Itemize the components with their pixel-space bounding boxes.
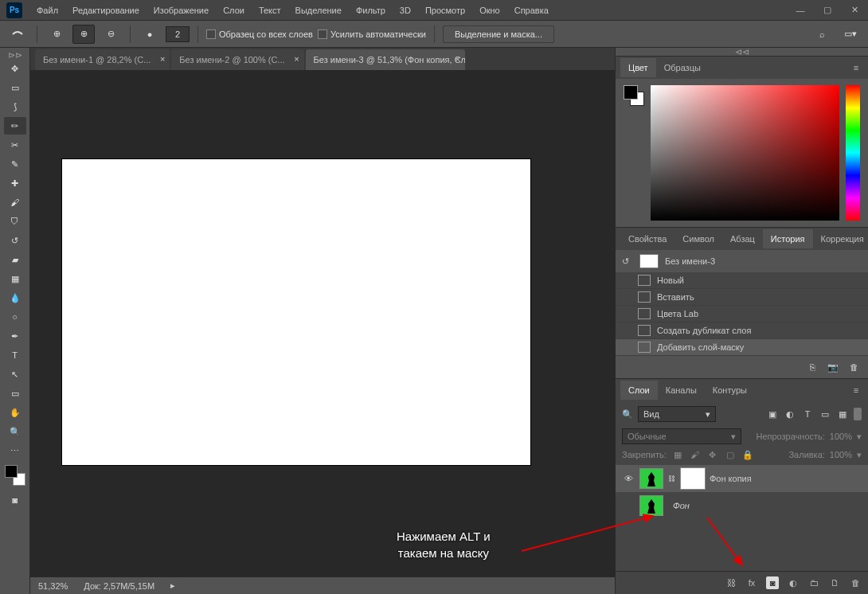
- filter-toggle-icon[interactable]: [854, 408, 862, 420]
- brush-size-input[interactable]: 2: [166, 26, 190, 42]
- tab-swatches[interactable]: Образцы: [656, 58, 709, 77]
- zoom-level[interactable]: 51,32%: [38, 581, 68, 591]
- healing-tool-icon[interactable]: ✚: [4, 174, 26, 192]
- minimize-button[interactable]: —: [787, 0, 814, 21]
- sample-all-layers-checkbox[interactable]: Образец со всех слоев: [206, 29, 313, 39]
- path-select-tool-icon[interactable]: ↖: [4, 365, 26, 383]
- lasso-tool-icon[interactable]: ⟆: [4, 98, 26, 115]
- tab-layers[interactable]: Слои: [620, 381, 658, 400]
- panel-collapse-icon[interactable]: ⊲⊲: [616, 48, 868, 56]
- canvas[interactable]: [62, 159, 530, 465]
- doc-tab-1[interactable]: Без имени-1 @ 28,2% (C...×: [35, 49, 170, 70]
- panel-menu-icon[interactable]: ≡: [849, 385, 863, 395]
- layer-name[interactable]: Фон: [673, 501, 690, 510]
- history-step[interactable]: Цвета Lab: [616, 306, 868, 322]
- foreground-background-swatch[interactable]: [5, 465, 25, 486]
- dodge-tool-icon[interactable]: ○: [4, 308, 26, 326]
- delete-layer-icon[interactable]: 🗑: [849, 576, 862, 589]
- canvas-area[interactable]: Нажимаем ALT и такаем на маску: [30, 70, 615, 576]
- layer-row[interactable]: Фон: [616, 492, 868, 519]
- edit-toolbar-icon[interactable]: ⋯: [4, 442, 26, 459]
- auto-enhance-checkbox[interactable]: Усилить автоматически: [318, 29, 426, 39]
- close-icon[interactable]: ×: [160, 54, 165, 64]
- history-brush-source-icon[interactable]: ↺: [622, 256, 633, 267]
- eraser-tool-icon[interactable]: ▰: [4, 251, 26, 268]
- filter-type-icon[interactable]: T: [801, 408, 814, 420]
- menu-edit[interactable]: Редактирование: [66, 2, 146, 18]
- color-field[interactable]: [651, 85, 839, 221]
- tab-paragraph[interactable]: Абзац: [722, 229, 763, 248]
- lock-all-icon[interactable]: 🔒: [741, 449, 754, 460]
- menu-image[interactable]: Изображение: [147, 2, 215, 18]
- filter-pixel-icon[interactable]: ▣: [766, 408, 779, 420]
- pen-tool-icon[interactable]: ✒: [4, 327, 26, 345]
- history-step[interactable]: Создать дубликат слоя: [616, 322, 868, 339]
- lock-artboard-icon[interactable]: ▢: [724, 449, 737, 460]
- quick-select-tool-icon[interactable]: ✏: [4, 117, 26, 135]
- type-tool-icon[interactable]: T: [4, 346, 26, 364]
- history-step[interactable]: Вставить: [616, 289, 868, 306]
- tab-history[interactable]: История: [763, 229, 813, 248]
- history-step[interactable]: Новый: [616, 272, 868, 289]
- menu-filter[interactable]: Фильтр: [350, 2, 392, 18]
- blend-mode-select[interactable]: Обычные▾: [622, 428, 741, 444]
- visibility-icon[interactable]: 👁: [622, 474, 635, 483]
- filter-shape-icon[interactable]: ▭: [819, 408, 831, 420]
- qs-add-selection-icon[interactable]: ⊕: [72, 25, 95, 44]
- mask-link-icon[interactable]: ⛓: [668, 475, 676, 483]
- quick-mask-icon[interactable]: ◙: [7, 492, 23, 508]
- shape-tool-icon[interactable]: ▭: [4, 385, 26, 402]
- qs-new-selection-icon[interactable]: ⊕: [45, 25, 68, 44]
- brush-tool-icon[interactable]: 🖌: [4, 193, 26, 211]
- tab-adjustments[interactable]: Коррекция: [813, 229, 868, 248]
- create-document-from-state-icon[interactable]: ⎘: [806, 361, 819, 373]
- tab-character[interactable]: Символ: [674, 229, 722, 248]
- layer-row[interactable]: 👁 ⛓ Фон копия: [616, 465, 868, 492]
- layer-name[interactable]: Фон копия: [710, 474, 752, 483]
- tab-color[interactable]: Цвет: [620, 58, 656, 77]
- layer-fx-icon[interactable]: fx: [745, 576, 758, 589]
- lock-position-icon[interactable]: ✥: [706, 449, 719, 460]
- close-icon[interactable]: ×: [455, 54, 459, 64]
- link-layers-icon[interactable]: ⛓: [725, 576, 737, 589]
- hand-tool-icon[interactable]: ✋: [4, 404, 26, 421]
- new-layer-icon[interactable]: 🗋: [828, 576, 841, 589]
- filter-adjust-icon[interactable]: ◐: [784, 408, 796, 420]
- doc-tab-3[interactable]: Без имени-3 @ 51,3% (Фон копия, Слой-мас…: [306, 49, 465, 70]
- menu-file[interactable]: Файл: [30, 2, 65, 18]
- tab-paths[interactable]: Контуры: [705, 381, 755, 400]
- search-icon[interactable]: ⌕: [811, 25, 833, 44]
- filter-smart-icon[interactable]: ▦: [836, 408, 849, 420]
- adjustment-layer-icon[interactable]: ◐: [787, 576, 800, 589]
- maximize-button[interactable]: ▢: [814, 0, 841, 21]
- marquee-tool-icon[interactable]: ▭: [4, 79, 26, 96]
- menu-window[interactable]: Окно: [473, 2, 506, 18]
- menu-layer[interactable]: Слои: [217, 2, 251, 18]
- history-brush-tool-icon[interactable]: ↺: [4, 232, 26, 249]
- doc-tab-2[interactable]: Без имени-2 @ 100% (C...×: [171, 49, 303, 70]
- panel-menu-icon[interactable]: ≡: [849, 63, 863, 72]
- delete-state-icon[interactable]: 🗑: [847, 361, 860, 373]
- layer-thumbnail[interactable]: [639, 495, 663, 516]
- workspace-switcher-icon[interactable]: ▭▾: [839, 25, 862, 44]
- layer-filter-kind[interactable]: Вид▾: [638, 406, 716, 422]
- crop-tool-icon[interactable]: ✂: [4, 136, 26, 154]
- lock-transparent-icon[interactable]: ▦: [671, 449, 684, 460]
- layer-mask-thumbnail[interactable]: [681, 468, 705, 489]
- opacity-value[interactable]: 100%: [830, 432, 852, 441]
- color-fgbg-swatch[interactable]: [624, 85, 644, 106]
- qs-subtract-selection-icon[interactable]: ⊖: [100, 25, 122, 44]
- close-button[interactable]: ✕: [841, 0, 868, 21]
- blur-tool-icon[interactable]: 💧: [4, 289, 26, 307]
- stamp-tool-icon[interactable]: ⛉: [4, 213, 26, 230]
- fill-value[interactable]: 100%: [830, 450, 852, 459]
- doc-size[interactable]: Док: 2,57M/5,15M: [84, 581, 154, 591]
- new-snapshot-icon[interactable]: 📷: [827, 361, 839, 373]
- menu-help[interactable]: Справка: [508, 2, 555, 18]
- add-mask-icon[interactable]: ◙: [766, 576, 779, 589]
- menu-view[interactable]: Просмотр: [419, 2, 471, 18]
- brush-preset-icon[interactable]: ●: [139, 25, 161, 44]
- new-group-icon[interactable]: 🗀: [807, 576, 820, 589]
- history-step[interactable]: Добавить слой-маску: [616, 339, 868, 356]
- eyedropper-tool-icon[interactable]: ✎: [4, 155, 26, 173]
